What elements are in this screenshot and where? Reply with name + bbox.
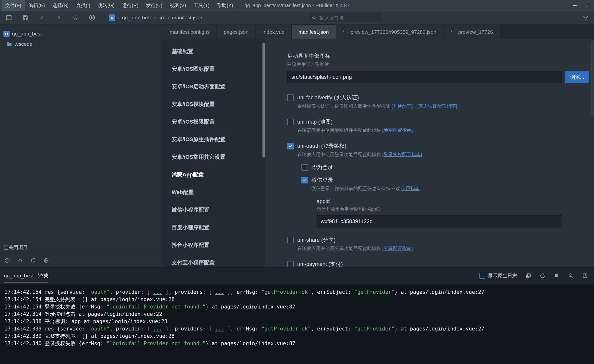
log-link[interactable]: ... [153,289,162,295]
native-log-checkbox[interactable] [479,273,485,279]
log-link[interactable]: ... [215,326,224,332]
desc-text: ， [413,103,417,109]
favorite-icon[interactable]: ☆ [69,12,82,23]
menu-file[interactable]: 文件(F) [1,0,25,11]
menu-publish[interactable]: 发行(U) [142,0,166,11]
breadcrumb-project[interactable]: qg_app_best [122,15,152,21]
tab-pages-json[interactable]: pages.json [217,25,256,39]
appid-input[interactable] [317,215,561,228]
nav-item-douyin-mp[interactable]: 抖音小程序配置 [163,236,265,254]
menu-help[interactable]: 帮助(Y) [213,0,237,11]
nav-item-harmony[interactable]: 鸿蒙App配置 [163,166,265,183]
breadcrumb-file[interactable]: manifest.json [172,15,202,21]
menu-tools[interactable]: 工具(T) [190,0,213,11]
debug-icon[interactable] [17,258,23,263]
open-config-link[interactable]: [开通配置] [392,103,413,109]
tab-manifest-json[interactable]: manifest.json [292,25,336,39]
log-link[interactable]: ... [153,326,162,332]
nav-item-permissions[interactable]: 安卓/iOS权限配置 [163,113,265,131]
weixin-guide-link[interactable]: 使用指南 [401,186,420,191]
show-native-log-toggle[interactable]: 显示原生日志 [479,273,517,279]
facial-verify-checkbox[interactable] [287,94,294,101]
nav-item-splash[interactable]: 安卓/iOS启动界面配置 [163,78,265,95]
maximize-icon[interactable] [581,0,594,11]
open-in-editor-icon[interactable] [582,273,588,279]
tab-index-vue[interactable]: index.vue [256,25,292,39]
tab-preview-2[interactable]: * ~ preview_17726 [443,25,500,39]
share-guide-link[interactable]: [分享配置指南] [382,246,413,251]
toolbar: ☆ u › qg_app_best › src › manifest.json [0,11,594,25]
log-line: 17:14:42.314 登录按钮点击 at pages/login/index… [4,310,594,318]
nav-item-alipay-mp[interactable]: 支付宝小程序配置 [163,254,265,267]
payment-checkbox[interactable] [287,261,294,267]
stop-icon[interactable] [554,273,560,279]
nav-scrollbar[interactable] [262,43,265,158]
tab-preview-1[interactable]: * ~ preview_1772604905359_97280.json [336,25,443,39]
globe-icon[interactable] [43,258,49,263]
share-desc: 在鸿蒙应用中使用分享功能需配置此模块 [分享配置指南] [297,245,589,252]
nav-item-baidu-mp[interactable]: 百度小程序配置 [163,219,265,236]
share-checkbox[interactable] [287,237,294,243]
nav-item-weixin-mp[interactable]: 微信小程序配置 [163,201,265,219]
file-search-input[interactable] [320,15,384,21]
log-text: } at pages/login/index.vue:27 [394,289,484,295]
map-checkbox[interactable] [287,119,294,125]
menu-edit[interactable]: 编辑(E) [25,0,49,11]
forward-icon[interactable] [52,12,65,23]
main-area: u qg_app_best .vscode 已关闭项目 [0,25,594,267]
tree-item-project[interactable]: u qg_app_best [0,29,163,39]
oauth-checkbox[interactable] [287,143,294,149]
oauth-guide-link[interactable]: [登录鉴权配置指南] [382,152,422,157]
closed-projects-header[interactable]: 已关闭项目 [0,241,163,254]
minimize-icon[interactable] [569,0,581,11]
weixin-login-row: 微信登录 微信登录、微信分享的配置信息应保持一致 使用指南 appid 微信开放… [301,176,589,228]
splash-icon-path-input[interactable] [287,71,562,83]
file-search-icon [312,15,317,21]
back-icon[interactable] [36,12,48,23]
facial-guide-link[interactable]: [实人认证配置指南] [417,103,457,109]
run-icon[interactable] [86,12,98,23]
chevron-right-icon: › [118,14,119,21]
nav-item-basic[interactable]: 基础配置 [163,43,265,60]
nav-item-app-icons[interactable]: 安卓/iOS图标配置 [163,60,265,78]
log-link[interactable]: ... [215,289,224,295]
menu-run[interactable]: 运行(R) [118,0,142,11]
meter-icon[interactable] [4,258,10,263]
menu-goto[interactable]: 跳转(G) [94,0,118,11]
breadcrumb-src[interactable]: src [158,15,165,21]
console-log[interactable]: 17:14:42.154 res {service: "oauth", prov… [0,284,594,364]
filter-icon[interactable] [581,13,591,23]
tab-manifest-config-ts[interactable]: manifest.config.ts [163,25,217,39]
menu-view[interactable]: 视图(V) [166,0,190,11]
console-panel: qg_app_best - 鸿蒙 显示原生日志 17:14:42.154 re [0,267,594,364]
find-in-log-icon[interactable] [568,273,574,279]
console-toolbar: 显示原生日志 [479,273,588,279]
browse-button[interactable]: 浏览... [565,71,589,83]
nav-item-other[interactable]: 安卓/iOS常用其它设置 [163,148,265,166]
map-guide-link[interactable]: [地图配置指南] [382,128,413,133]
console-tab[interactable]: qg_app_best - 鸿蒙 [4,268,48,283]
log-line: 17:14:42.338 平台标识: app at pages/login/in… [4,318,594,325]
save-icon[interactable] [19,12,32,23]
refresh-icon[interactable] [30,258,36,263]
log-text: "getProvider:ok" [261,289,311,295]
tree-item-vscode[interactable]: .vscode [0,39,163,49]
menu-find[interactable]: 查找(I) [72,0,94,11]
log-text: } at pages/login/index.vue:27 [394,326,484,332]
restart-icon[interactable] [540,273,546,279]
content-scrollbar[interactable] [591,41,593,114]
menu-select[interactable]: 选择(S) [48,0,72,11]
toggle-sidebar-icon[interactable] [2,12,15,23]
log-text: } at pages/login/index.vue:87 [205,304,295,310]
file-search-box[interactable] [309,13,382,23]
huawei-login-checkbox[interactable] [301,164,308,171]
huawei-login-label: 华为登录 [311,164,333,171]
nav-item-native-plugins[interactable]: 安卓/iOS原生插件配置 [163,131,265,148]
weixin-login-checkbox[interactable] [301,177,308,183]
export-log-icon[interactable] [525,273,531,279]
module-payment: uni-payment (支付) 在鸿蒙应用中使用支付功能需配置此模块 [支付配… [287,261,589,267]
oauth-providers: 华为登录 微信登录 [301,164,589,228]
nav-item-web[interactable]: Web配置 [163,183,265,201]
nav-item-modules[interactable]: 安卓/iOS模块配置 [163,95,265,113]
log-text: , provider: [ [110,289,153,295]
